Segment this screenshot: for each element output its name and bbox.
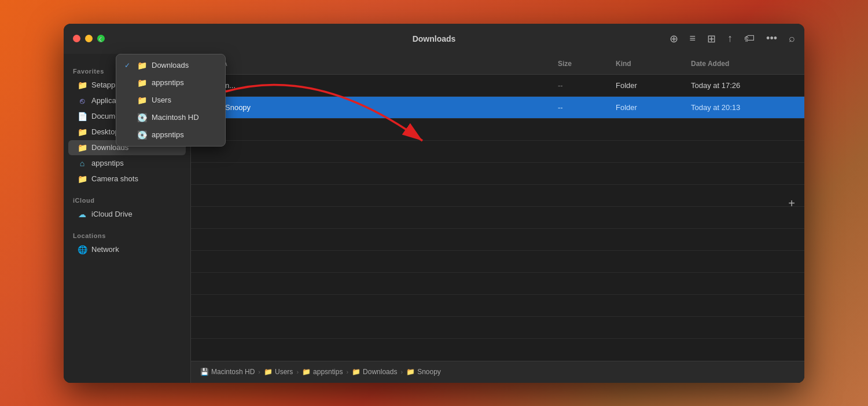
grid-view-icon[interactable]: ⊞ — [707, 32, 716, 45]
airdrop-icon[interactable]: ⊕ — [670, 32, 678, 45]
table-row — [191, 119, 804, 141]
table-row[interactable]: ▶ 📁 Snoopy -- Folder Today at 20:13 — [191, 97, 804, 119]
content-area: Name ∧ Size Kind Date Added + ▶ 📁 n... — [191, 54, 804, 383]
cloud-icon: ☁ — [78, 210, 87, 219]
col-name-header[interactable]: Name ∧ — [200, 60, 558, 68]
folder-icon: 📁 — [137, 78, 147, 87]
file-name: n... — [225, 81, 236, 90]
file-name-cell: ▶ 📁 n... — [200, 80, 558, 90]
file-kind: Folder — [616, 103, 691, 112]
breadcrumb-item[interactable]: 📁 appsntips — [302, 368, 343, 376]
sidebar-item-icloud-drive[interactable]: ☁ iCloud Drive — [68, 207, 186, 222]
breadcrumb-label: Macintosh HD — [211, 368, 255, 376]
dropdown-item-label: Macintosh HD — [152, 113, 199, 122]
sidebar-item-label: Desktop — [91, 127, 119, 136]
close-button[interactable] — [73, 35, 80, 42]
checkmark-icon: ✓ — [124, 61, 133, 70]
folder-icon: 📁 — [137, 61, 147, 70]
breadcrumb-item[interactable]: 💾 Macintosh HD — [200, 368, 255, 376]
column-header: Name ∧ Size Kind Date Added + — [191, 54, 804, 75]
sidebar-item-camera-shots[interactable]: 📁 Camera shots — [68, 171, 186, 186]
dropdown-item-macintosh-hd[interactable]: 💽 Macintosh HD — [116, 109, 225, 126]
drive-icon: 💾 — [200, 368, 209, 376]
breadcrumb-label: Downloads — [363, 368, 397, 376]
breadcrumb-label: Snoopy — [417, 368, 441, 376]
list-view-icon[interactable]: ≡ — [690, 32, 696, 45]
breadcrumb-label: appsntips — [313, 368, 343, 376]
sidebar-item-label: Setapp — [91, 81, 115, 89]
sidebar-item-network[interactable]: 🌐 Network — [68, 242, 186, 257]
locations-label: Locations — [64, 228, 190, 242]
network-icon: 🌐 — [78, 245, 87, 254]
toolbar-icons: ⊕ ≡ ⊞ ↑ 🏷 ••• ⌕ — [670, 32, 795, 45]
file-date: Today at 20:13 — [691, 103, 795, 112]
folder-icon: 📁 — [264, 368, 273, 376]
folder-icon: 📄 — [78, 112, 87, 121]
breadcrumb-item[interactable]: 📁 Users — [264, 368, 293, 376]
col-date-header[interactable]: Date Added — [691, 60, 795, 68]
col-kind-header[interactable]: Kind — [616, 60, 691, 68]
table-row — [191, 295, 804, 317]
drive-icon: 💽 — [137, 130, 147, 140]
file-size: -- — [558, 103, 616, 112]
sidebar-item-label: appsntips — [91, 159, 124, 167]
folder-icon: 📁 — [78, 143, 87, 152]
add-column-button[interactable]: + — [788, 196, 795, 210]
table-row — [191, 317, 804, 339]
file-list: ▶ 📁 n... -- Folder Today at 17:26 ▶ 📁 Sn… — [191, 75, 804, 361]
breadcrumb-label: Users — [275, 368, 293, 376]
breadcrumb-separator: › — [296, 368, 299, 375]
file-name-cell: ▶ 📁 Snoopy — [200, 102, 558, 112]
back-button[interactable]: ‹ — [98, 32, 102, 45]
statusbar: 💾 Macintosh HD › 📁 Users › 📁 appsntips › — [191, 361, 804, 383]
titlebar: ‹ Downloads ⊕ ≡ ⊞ ↑ 🏷 ••• ⌕ — [64, 24, 804, 54]
dropdown-item-label: appsntips — [152, 78, 184, 87]
more-icon[interactable]: ••• — [766, 32, 777, 45]
sidebar-item-label: iCloud Drive — [91, 210, 133, 218]
table-row — [191, 207, 804, 229]
dropdown-item-downloads[interactable]: ✓ 📁 Downloads — [116, 57, 225, 74]
dropdown-item-label: Downloads — [152, 61, 189, 70]
folder-icon: 📁 — [406, 368, 415, 376]
search-icon[interactable]: ⌕ — [789, 32, 795, 45]
file-size: -- — [558, 81, 616, 90]
folder-icon: 📁 — [302, 368, 311, 376]
folder-icon: 📁 — [78, 127, 87, 137]
table-row — [191, 273, 804, 295]
dropdown-item-users[interactable]: 📁 Users — [116, 92, 225, 109]
folder-icon: 📁 — [352, 368, 361, 376]
table-row — [191, 141, 804, 163]
drive-icon: 💽 — [137, 113, 147, 122]
tag-icon[interactable]: 🏷 — [744, 32, 755, 45]
table-row[interactable]: ▶ 📁 n... -- Folder Today at 17:26 — [191, 75, 804, 97]
dropdown-item-label: appsntips — [152, 130, 184, 139]
window-title: Downloads — [413, 34, 456, 43]
share-icon[interactable]: ↑ — [727, 32, 733, 45]
sidebar-item-label: Camera shots — [91, 174, 138, 183]
app-icon: ⎋ — [78, 96, 87, 105]
table-row — [191, 163, 804, 185]
breadcrumb-item[interactable]: 📁 Downloads — [352, 368, 397, 376]
col-size-header[interactable]: Size — [558, 60, 616, 68]
breadcrumb-separator: › — [346, 368, 348, 375]
breadcrumb-item[interactable]: 📁 Snoopy — [406, 368, 441, 376]
file-kind: Folder — [616, 81, 691, 90]
folder-icon: 📁 — [78, 81, 87, 90]
icloud-label: iCloud — [64, 192, 190, 206]
minimize-button[interactable] — [85, 35, 93, 42]
home-icon: ⌂ — [78, 159, 87, 168]
folder-icon: 📁 — [137, 96, 147, 105]
dropdown-item-label: Users — [152, 96, 171, 104]
dropdown-item-appsntips[interactable]: 📁 appsntips — [116, 74, 225, 92]
table-row — [191, 251, 804, 273]
sidebar-item-appsntips[interactable]: ⌂ appsntips — [68, 156, 186, 171]
dropdown-menu[interactable]: ✓ 📁 Downloads 📁 appsntips 📁 Users 💽 Maci… — [116, 54, 226, 147]
breadcrumb-separator: › — [400, 368, 403, 375]
breadcrumb-separator: › — [258, 368, 260, 375]
folder-icon: 📁 — [78, 174, 87, 184]
table-row — [191, 229, 804, 251]
table-row — [191, 185, 804, 207]
sidebar-item-label: Network — [91, 245, 119, 254]
dropdown-item-appsntips2[interactable]: 💽 appsntips — [116, 126, 225, 144]
file-date: Today at 17:26 — [691, 81, 795, 90]
